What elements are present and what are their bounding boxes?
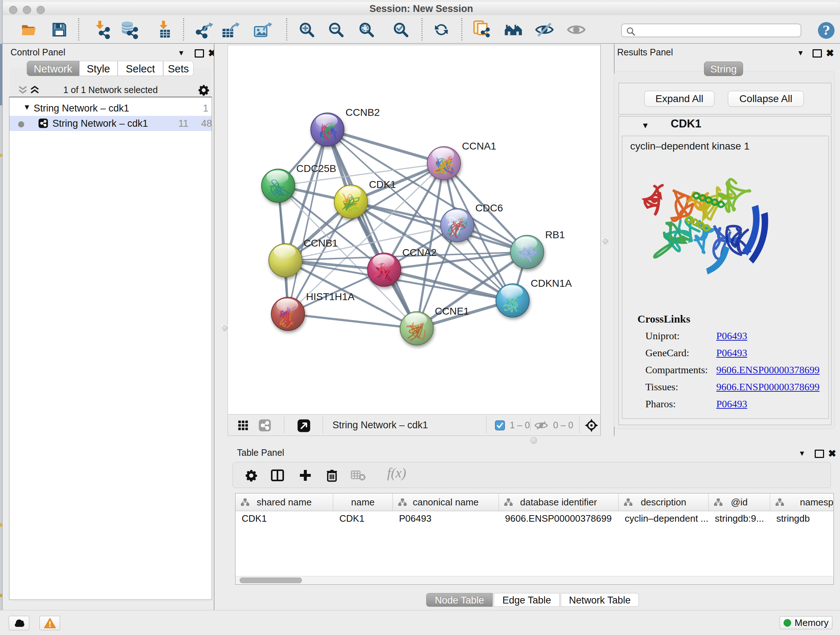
column-header-canonical-name[interactable]: canonical name xyxy=(393,494,499,511)
column-header-shared-name[interactable]: shared name xyxy=(235,494,333,511)
zoom-in-icon[interactable] xyxy=(297,19,317,40)
column-header-database-identifier[interactable]: database identifier xyxy=(499,494,619,511)
memory-button[interactable]: Memory xyxy=(780,616,832,629)
toolbar-separator xyxy=(422,18,423,41)
open-in-new-window-icon[interactable] xyxy=(297,419,311,432)
network-node-HIST1H1A[interactable]: HIST1H1A xyxy=(271,291,355,331)
network-node-CCNE1[interactable]: CCNE1 xyxy=(400,306,469,345)
table-cell[interactable]: CDK1 xyxy=(235,511,333,526)
results-panel-close-icon[interactable]: ✖ xyxy=(826,48,834,59)
column-header-namespace[interactable]: namespace xyxy=(770,494,834,511)
canvas-toolbar: String Network – cdk1 1 – 0 0 – 0 xyxy=(228,414,600,435)
network-canvas[interactable]: CCNB2CCNA1CDC25BCDK1CDC6RB1CCNB1CCNA2CDK… xyxy=(227,45,600,436)
table-cell[interactable]: stringdb:9... xyxy=(709,511,770,526)
right-splitter-handle[interactable] xyxy=(601,237,608,244)
network-share-icon[interactable] xyxy=(258,419,271,432)
zoom-out-icon[interactable] xyxy=(326,19,346,40)
table-tab-edge-table[interactable]: Edge Table xyxy=(494,593,560,607)
network-node-CCNA1[interactable]: CCNA1 xyxy=(427,141,496,180)
fit-content-target-icon[interactable] xyxy=(584,418,598,432)
import-network-from-file-icon[interactable] xyxy=(92,19,112,40)
control-tab-network[interactable]: Network xyxy=(27,61,79,76)
table-cell[interactable]: P06493 xyxy=(393,511,499,526)
table-horizontal-scrollbar[interactable] xyxy=(235,576,834,584)
results-panel-menu-icon[interactable]: ▼ xyxy=(797,49,804,57)
column-header--id[interactable]: @id xyxy=(709,494,770,511)
results-panel-float-icon[interactable] xyxy=(813,49,822,57)
hide-selected-icon[interactable] xyxy=(534,19,554,40)
network-options-gear-icon[interactable] xyxy=(197,84,210,96)
network-node-RB1[interactable]: RB1 xyxy=(510,229,565,269)
control-panel-float-icon[interactable] xyxy=(195,49,204,57)
export-network-icon[interactable] xyxy=(195,19,215,40)
column-label: name xyxy=(333,494,393,511)
table-cell[interactable]: cyclin–dependent ... xyxy=(619,511,709,526)
warnings-button[interactable] xyxy=(39,616,60,630)
hidden-nodes-edges-count: 0 – 0 xyxy=(553,415,573,435)
table-cell[interactable]: CDK1 xyxy=(333,511,393,526)
table-panel-float-icon[interactable] xyxy=(815,450,824,458)
node-table[interactable]: shared namenamecanonical namedatabase id… xyxy=(235,493,834,585)
expand-collapse-box: Expand All Collapse All xyxy=(619,83,831,114)
search-input[interactable] xyxy=(621,24,801,37)
right-splitter[interactable] xyxy=(600,44,614,436)
network-graph[interactable]: CCNB2CCNA1CDC25BCDK1CDC6RB1CCNB1CCNA2CDK… xyxy=(228,45,600,414)
cloud-button[interactable] xyxy=(9,616,29,630)
network-selected-status: 1 of 1 Network selected xyxy=(10,82,211,97)
control-tab-style[interactable]: Style xyxy=(79,61,118,76)
control-panel-menu-icon[interactable]: ▼ xyxy=(178,49,185,57)
table-cell[interactable]: 9606.ENSP00000378699 xyxy=(499,511,619,526)
expand-all-button[interactable]: Expand All xyxy=(644,91,714,107)
open-session-icon[interactable] xyxy=(19,19,39,40)
import-table-from-file-icon[interactable] xyxy=(153,19,174,40)
export-table-icon[interactable] xyxy=(221,19,241,40)
refresh-icon[interactable] xyxy=(431,19,452,40)
string-results-tab[interactable]: String xyxy=(704,62,743,76)
table-cell[interactable]: stringdb xyxy=(770,511,834,526)
zoom-fit-icon[interactable] xyxy=(356,19,377,40)
crosslink-value-link[interactable]: P06493 xyxy=(716,398,747,410)
export-image-icon[interactable] xyxy=(254,19,274,40)
crosslink-value-link[interactable]: P06493 xyxy=(716,330,747,342)
control-tab-select[interactable]: Select xyxy=(118,61,163,76)
network-node-CDKN1A[interactable]: CDKN1A xyxy=(496,278,572,317)
network-node-CCNB1[interactable]: CCNB1 xyxy=(269,238,338,277)
birds-eye-view-grid-icon[interactable] xyxy=(237,420,249,431)
table-settings-gear-icon[interactable] xyxy=(242,467,260,484)
node-label-CCNB2: CCNB2 xyxy=(346,107,380,118)
help-button[interactable]: ? xyxy=(818,22,835,39)
protein-collapse-icon[interactable]: ▼ xyxy=(641,121,649,130)
scrollbar-thumb[interactable] xyxy=(240,578,302,583)
horizontal-splitter[interactable] xyxy=(228,436,840,445)
save-session-icon[interactable] xyxy=(49,19,69,40)
selected-checkbox-icon[interactable] xyxy=(495,420,505,431)
tree-expand-icon[interactable]: ▼ xyxy=(23,100,31,115)
column-header-name[interactable]: name xyxy=(333,494,393,511)
column-header-description[interactable]: description xyxy=(619,494,709,511)
node-label-CCNB1: CCNB1 xyxy=(303,238,338,249)
left-splitter-handle[interactable] xyxy=(221,324,228,331)
collapse-all-button[interactable]: Collapse All xyxy=(728,91,804,107)
table-tab-network-table[interactable]: Network Table xyxy=(561,593,639,607)
show-all-icon[interactable] xyxy=(566,19,586,40)
table-tab-node-table[interactable]: Node Table xyxy=(426,593,493,607)
clone-network-icon[interactable] xyxy=(472,19,493,40)
table-panel-menu-icon[interactable]: ▼ xyxy=(798,449,806,458)
show-column-panel-icon[interactable] xyxy=(269,467,286,484)
cloud-icon xyxy=(13,618,25,628)
crosslink-value-link[interactable]: 9606.ENSP00000378699 xyxy=(716,364,819,376)
delete-column-trash-icon[interactable] xyxy=(323,467,340,484)
create-column-plus-icon[interactable] xyxy=(297,467,314,484)
zoom-selected-icon[interactable] xyxy=(391,19,411,40)
control-tab-sets[interactable]: Sets xyxy=(163,61,194,76)
crosslink-value-link[interactable]: P06493 xyxy=(716,347,747,359)
crosslink-value-link[interactable]: 9606.ENSP00000378699 xyxy=(716,381,819,393)
first-neighbors-icon[interactable] xyxy=(503,19,523,40)
toolbar-separator xyxy=(286,18,287,41)
horizontal-splitter-handle[interactable] xyxy=(531,437,537,444)
import-network-from-database-icon[interactable] xyxy=(119,19,139,40)
network-tree-row[interactable]: String Network – cdk11148 xyxy=(9,116,212,131)
network-tree-row[interactable]: ▼String Network – cdk11 xyxy=(9,101,212,116)
left-splitter[interactable] xyxy=(215,44,227,610)
table-panel-close-icon[interactable]: ✖ xyxy=(828,448,836,459)
